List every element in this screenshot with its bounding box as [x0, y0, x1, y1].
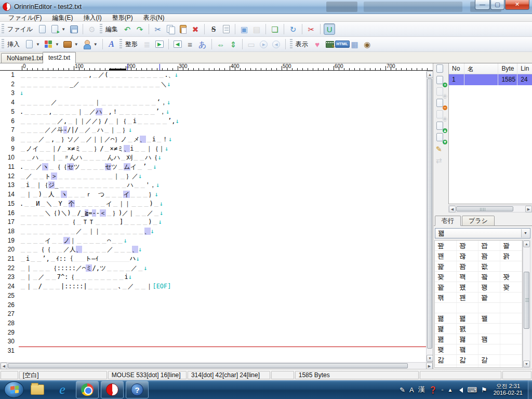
glyph-cell[interactable]: 꽥	[457, 272, 478, 282]
editor-line[interactable]: ＿＿＿＿／／斗-/|/＿／＿ハ＿｜＿｝↓	[20, 126, 132, 135]
glyph-cell[interactable]: 꽐	[500, 241, 522, 250]
eye-preview-icon[interactable]: ◉	[362, 38, 373, 50]
glyph-cell[interactable]: 꽴	[478, 334, 500, 344]
character-grid-vscrollbar[interactable]: ▲ ▼	[523, 240, 531, 368]
play-forward-icon[interactable]: ▶	[258, 38, 270, 50]
page-new-icon[interactable]	[436, 64, 445, 74]
ime-kanji-icon[interactable]: 漢	[418, 385, 425, 394]
glyph-cell[interactable]: 꽢	[435, 241, 457, 250]
minimize-button[interactable]: —	[475, 0, 490, 10]
chevron-down-icon[interactable]: ▼	[36, 42, 40, 47]
editor-line[interactable]: ＿｜＿／＿＿7^:｛＿＿＿＿＿＿＿＿i↓	[20, 273, 132, 282]
glyph-cell[interactable]: 꽡	[478, 292, 500, 302]
scroll-down-icon[interactable]: ▼	[523, 361, 530, 367]
chevron-down-icon[interactable]: ▼	[74, 42, 78, 47]
character-grid[interactable]: 꽢꽝꽙꽐꽨꽎꽘꽑꽕꽘꽚꽞꽥꽠꽛꽡꽸꽹꽞꽦꽨꽡꽮꽯꽬꽱꽰꽲꽳꽴꽺꽼갊갋갈갏갍걙	[434, 240, 523, 368]
glyph-cell[interactable]: 갍	[457, 365, 478, 368]
editor-line[interactable]: ＿＿＿＿＿＿＿＿_／＿＿＿＿＿＿＿＿＿＿＿＿＿＼↓	[20, 80, 170, 89]
glyph-cell[interactable]: 꽛	[500, 272, 522, 282]
scroll-left-icon[interactable]: ◀	[449, 206, 456, 212]
show-desktop-button[interactable]	[528, 380, 532, 399]
glyph-cell[interactable]: 꽨	[435, 251, 457, 261]
glyph-cell[interactable]	[457, 303, 478, 313]
glyph-cell[interactable]: 꽎	[457, 251, 478, 261]
toolbar-grip[interactable]	[100, 24, 102, 34]
glyph-cell[interactable]: 꽯	[457, 313, 478, 323]
delete-icon[interactable]: ✖	[190, 23, 201, 35]
glyph-cell[interactable]	[500, 334, 522, 344]
glyph-cell[interactable]: 꽱	[435, 324, 457, 334]
line-table[interactable]: No名ByteLin1158524	[448, 63, 532, 204]
edit-pencil-icon[interactable]: ✎	[436, 144, 445, 154]
glyph-cell[interactable]: 갋	[457, 355, 478, 365]
glyph-cell[interactable]: 꽡	[435, 282, 457, 292]
glyph-cell[interactable]	[500, 303, 522, 313]
glyph-cell[interactable]	[478, 344, 500, 354]
chevron-down-icon[interactable]: ▼	[521, 229, 529, 237]
play-back-icon[interactable]: ◀	[271, 38, 282, 50]
undo-icon[interactable]: ↶	[122, 23, 133, 35]
editor-line[interactable]: .＿＿И＿＼＿Y＿个＿＿＿＿＿イ＿｜｜＿＿＿)＿↓	[20, 200, 163, 208]
editor-line[interactable]: ＿＿＿＿＿＿／,＿｜｜／／｝/＿｜｛＿i＿＿＿＿＿’,↓	[20, 117, 179, 126]
copy-icon[interactable]	[165, 23, 176, 35]
table-row[interactable]: 1158524	[449, 74, 532, 85]
glyph-cell[interactable]: 꽕	[435, 261, 457, 271]
settings-icon[interactable]: ⚙	[86, 23, 98, 35]
expand-width-icon[interactable]: ⇔	[215, 38, 227, 50]
line-table-hscrollbar[interactable]: ◀ ▶	[448, 205, 532, 213]
editor-line[interactable]: ＿ノイ＿＿｜/＿×≠ミ＿＿｝/＿×≠ミ、i＿＿｜｛｜↓	[20, 144, 168, 153]
glyph-cell[interactable]: 꽬	[478, 313, 500, 323]
glyph-cell[interactable]: 걙	[500, 365, 522, 368]
glyph-cell[interactable]	[500, 313, 522, 323]
glyph-cell[interactable]	[435, 303, 457, 313]
glyph-cell[interactable]: 꽙	[478, 241, 500, 250]
block-edit-icon[interactable]: ▤	[251, 23, 262, 35]
maximize-button[interactable]: ▢	[490, 0, 504, 10]
reload-icon[interactable]: ↻	[287, 23, 299, 35]
ime-a-icon[interactable]: A	[409, 386, 414, 394]
editor-line[interactable]: ＿＿＿＿＿＿＿＿｛＿ＴＴ＿＿＿＿]＿＿＿＿)＿↓	[20, 218, 162, 227]
glyph-cell[interactable]: 꽹	[478, 282, 500, 292]
glyph-cell[interactable]: 꽨	[457, 292, 478, 302]
chevron-down-icon[interactable]: ▼	[61, 27, 65, 32]
menu-edit[interactable]: 編集(E)	[47, 14, 78, 22]
glyph-cell[interactable]	[478, 365, 500, 368]
editor-line[interactable]: ＿｜＿)＿人＿ヽ＿＿＿ｒ つ＿＿＿イ＿＿＿｝↓	[20, 190, 158, 199]
editor-hscroll-thumb[interactable]	[8, 363, 408, 368]
glyph-cell[interactable]: 꽠	[478, 272, 500, 282]
tab-noname1[interactable]: NoName1.txt	[1, 53, 49, 63]
glyph-cell[interactable]: 꽚	[478, 261, 500, 271]
editor-line[interactable]: .＿＿／ヽ＿｛｛セツ＿＿＿＿セツ＿ムイ＿’＿↓	[20, 163, 156, 171]
column-header[interactable]: Byte	[498, 63, 517, 74]
refresh-icon[interactable]: ⇄	[436, 156, 445, 165]
page-add-icon[interactable]: +	[436, 76, 445, 85]
glyph-cell[interactable]: 꽞	[500, 282, 522, 292]
page-copy-icon[interactable]: ❏	[436, 87, 445, 97]
grid-vthumb[interactable]	[524, 272, 529, 329]
toolbar-grip[interactable]	[2, 39, 4, 49]
page-down-icon[interactable]: ▼	[436, 133, 445, 142]
glyph-cell[interactable]	[500, 324, 522, 334]
editor-line[interactable]: .＿＿＿＿,＿＿＿＿｜＿／ハ＿,！＿＿＿＿＿＿’，↓	[20, 108, 169, 116]
taskbar-orinrin[interactable]	[101, 381, 124, 398]
toolbar-grip[interactable]	[119, 39, 122, 49]
titlebar[interactable]: OrinrinEditor - test2.txt — ▢ ✕	[0, 0, 532, 14]
menu-view[interactable]: 表示(N)	[138, 14, 170, 22]
glyph-cell[interactable]	[478, 303, 500, 313]
scroll-up-icon[interactable]: ▲	[523, 241, 530, 247]
page-duplicate-icon[interactable]: ❏	[436, 110, 445, 119]
redo-icon[interactable]: ↷	[134, 23, 145, 35]
glyph-cell[interactable]	[500, 261, 522, 271]
tab-brush[interactable]: ブラシ	[462, 216, 495, 226]
editor-line[interactable]: ＿＿＿＿＿／＿＿＿＿＿＿｜＿＿＿＿＿＿＿＿＿‘，↓	[20, 98, 170, 107]
html-view-icon[interactable]: HTML	[337, 38, 348, 50]
save-file-icon[interactable]	[68, 23, 79, 35]
column-header[interactable]: Lin	[517, 63, 532, 74]
expand-height-icon[interactable]: ⇕	[228, 38, 239, 50]
glyph-cell[interactable]: 갈	[478, 355, 500, 365]
glyph-cell[interactable]	[478, 324, 500, 334]
editor-line[interactable]: ＿＿ハ＿＿｜＿〃んハ＿＿＿＿んハ＿刈＿＿ハ｛↓	[20, 153, 162, 162]
page-up-icon[interactable]: ▲	[436, 122, 445, 131]
font-icon[interactable]: A	[106, 38, 117, 50]
page-remove-icon[interactable]: −	[436, 99, 445, 108]
